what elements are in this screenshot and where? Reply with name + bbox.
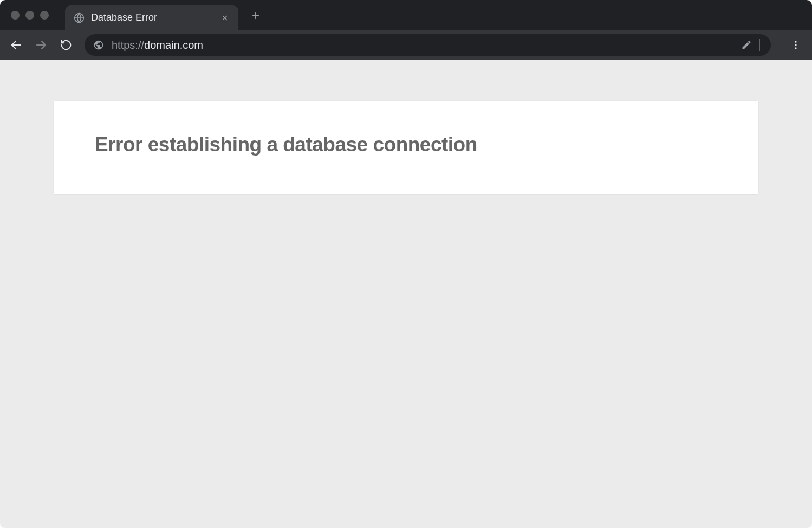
tab-strip: Database Error xyxy=(0,0,812,30)
browser-menu-button[interactable] xyxy=(785,34,807,56)
new-tab-button[interactable] xyxy=(246,6,265,25)
url-scheme: https:// xyxy=(112,39,144,51)
forward-button[interactable] xyxy=(30,34,52,56)
reload-button[interactable] xyxy=(55,34,77,56)
svg-point-7 xyxy=(795,41,796,43)
browser-tab[interactable]: Database Error xyxy=(65,5,238,30)
svg-point-8 xyxy=(795,44,796,46)
toolbar: https://domain.com xyxy=(0,30,812,60)
tab-close-button[interactable] xyxy=(220,13,230,23)
window-close-button[interactable] xyxy=(11,11,20,20)
url-host: domain.com xyxy=(144,39,203,51)
browser-window: Database Error xyxy=(0,0,812,528)
window-maximize-button[interactable] xyxy=(40,11,49,20)
svg-point-9 xyxy=(795,47,796,49)
tab-title: Database Error xyxy=(91,12,213,23)
edit-icon[interactable] xyxy=(741,40,752,50)
globe-icon xyxy=(74,12,85,23)
address-bar-actions xyxy=(741,39,762,51)
page-content: Error establishing a database connection xyxy=(0,60,812,528)
divider xyxy=(759,39,760,51)
window-minimize-button[interactable] xyxy=(25,11,34,20)
back-button[interactable] xyxy=(5,34,27,56)
error-card: Error establishing a database connection xyxy=(54,101,758,194)
url-text: https://domain.com xyxy=(112,39,733,51)
error-heading: Error establishing a database connection xyxy=(95,133,717,166)
address-bar[interactable]: https://domain.com xyxy=(85,34,771,56)
site-info-icon[interactable] xyxy=(93,40,104,50)
window-controls xyxy=(5,11,65,20)
